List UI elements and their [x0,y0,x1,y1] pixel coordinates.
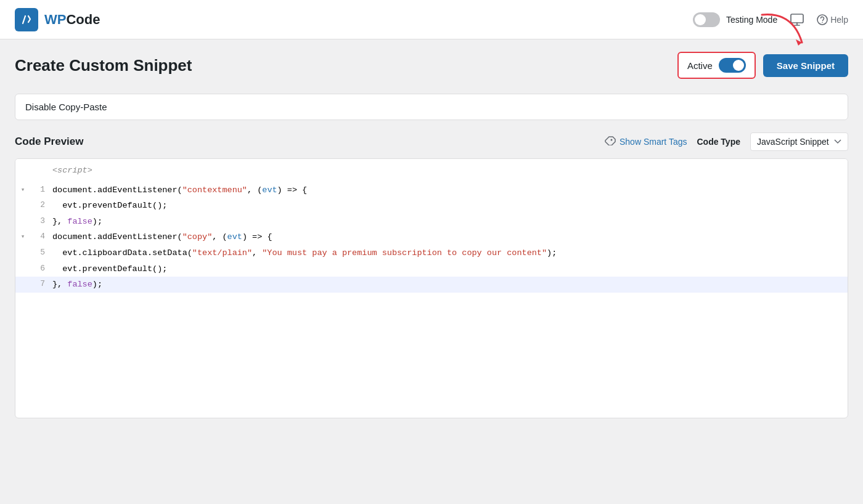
line-content-6: evt.preventDefault(); [52,262,848,276]
show-smart-tags-label: Show Smart Tags [620,137,687,147]
code-preview-header: Code Preview Show Smart Tags Code Type J… [15,132,848,151]
wpcode-logo-icon [15,8,38,31]
table-row: 5 evt.clipboardData.setData("text/plain"… [15,245,848,261]
svg-rect-0 [791,14,803,23]
line-number-2: 2 [30,199,52,212]
line-content-7: }, false); [52,278,848,291]
testing-mode-area: Testing Mode [693,12,777,27]
table-row: 6 evt.preventDefault(); [15,261,848,277]
line-content-1: document.addEventListener("contextmenu",… [52,184,848,197]
active-toggle-box: Active [677,52,756,79]
code-editor: <script> ▾ 1 document.addEventListener("… [15,158,848,418]
save-snippet-button[interactable]: Save Snippet [763,54,848,77]
fold-icon-4: ▾ [15,230,30,243]
table-row: ▾ 1 document.addEventListener("contextme… [15,182,848,198]
header-right: Testing Mode Help [693,12,848,27]
help-label: Help [830,15,848,25]
line-number-1: 1 [30,184,52,197]
active-toggle[interactable] [719,58,746,73]
page-title: Create Custom Snippet [15,56,192,75]
line-content-3: }, false); [52,215,848,229]
code-editor-inner: <script> ▾ 1 document.addEventListener("… [15,159,848,418]
page-header-right: Active Save Snippet [677,52,848,79]
testing-mode-toggle[interactable] [693,12,720,27]
table-row: 3 }, false); [15,214,848,230]
table-row: ▾ 4 document.addEventListener("copy", (e… [15,229,848,245]
main-content: Create Custom Snippet Active Save Snippe… [0,39,863,431]
monitor-icon[interactable] [790,12,804,27]
code-type-label: Code Type [697,137,740,147]
fold-icon-7 [15,278,30,279]
fold-icon-1: ▾ [15,184,30,196]
line-content-4: document.addEventListener("copy", (evt) … [52,230,848,244]
line-content-5: evt.clipboardData.setData("text/plain", … [52,246,848,260]
snippet-name-input[interactable] [15,94,848,120]
svg-point-2 [822,22,823,23]
line-number-4: 4 [30,230,52,243]
line-number-6: 6 [30,262,52,275]
logo-area: WPCode [15,8,100,31]
page-header: Create Custom Snippet Active Save Snippe… [15,52,848,79]
code-type-select[interactable]: JavaScript Snippet PHP Snippet HTML Snip… [750,132,848,151]
fold-icon-5 [15,246,30,248]
svg-point-3 [611,139,613,141]
code-preview-right: Show Smart Tags Code Type JavaScript Sni… [605,132,848,151]
testing-mode-label: Testing Mode [726,15,777,25]
tag-icon [605,136,616,148]
logo-text: WPCode [44,12,100,28]
line-number-3: 3 [30,215,52,228]
active-label: Active [687,60,713,71]
table-row: 2 evt.preventDefault(); [15,198,848,214]
code-editor-empty-area[interactable] [15,293,848,418]
line-number-5: 5 [30,246,52,259]
svg-point-1 [817,15,827,25]
fold-icon-2 [15,199,30,200]
help-button[interactable]: Help [817,14,848,25]
fold-icon-3 [15,215,30,216]
code-comment-line: <script> [15,159,848,182]
show-smart-tags-link[interactable]: Show Smart Tags [605,136,687,148]
table-row: 7 }, false); [15,277,848,293]
fold-icon-6 [15,262,30,264]
header: WPCode Testing Mode Help [0,0,863,39]
line-content-2: evt.preventDefault(); [52,199,848,213]
line-number-7: 7 [30,278,52,291]
code-preview-title: Code Preview [15,136,84,148]
